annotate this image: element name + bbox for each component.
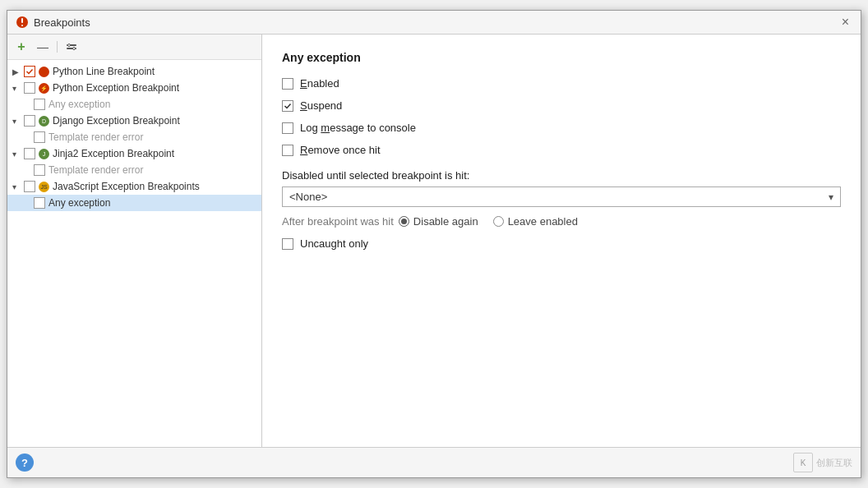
- tree-label-template-render-jinja2: Template render error: [48, 164, 143, 176]
- option-label-uncaught-only: Uncaught only: [300, 237, 368, 250]
- title-bar-left: Breakpoints: [16, 16, 90, 29]
- tree-item-python-line[interactable]: ▶ Python Line Breakpoint: [7, 63, 261, 80]
- settings-icon: [66, 41, 77, 53]
- dialog-body: + — ▶: [7, 35, 861, 447]
- option-label-suspend: Suspend: [300, 99, 342, 112]
- checkmark-icon: [25, 67, 34, 76]
- left-panel: + — ▶: [7, 35, 262, 447]
- tree-area: ▶ Python Line Breakpoint ▾ Python Except…: [7, 60, 261, 447]
- svg-point-5: [68, 44, 71, 47]
- watermark-text: 创新互联: [816, 457, 852, 469]
- checkbox-any-exception-js[interactable]: [34, 197, 45, 209]
- title-bar: Breakpoints ×: [7, 11, 861, 35]
- expand-arrow-js-exception: ▾: [12, 182, 24, 191]
- dropdown-arrow-icon: ▾: [829, 191, 833, 203]
- checkbox-template-render-jinja2[interactable]: [34, 164, 45, 176]
- expand-arrow-jinja2-exception: ▾: [12, 150, 24, 159]
- radio-label-leave-enabled: Leave enabled: [508, 215, 578, 228]
- checkbox-jinja2-exception[interactable]: [24, 148, 35, 159]
- underline-m: m: [321, 122, 330, 134]
- radio-option-leave-enabled[interactable]: Leave enabled: [493, 215, 578, 228]
- bottom-bar: ? K 创新互联: [7, 447, 861, 477]
- svg-rect-1: [21, 18, 23, 23]
- radio-disable-again[interactable]: [399, 216, 409, 227]
- settings-button[interactable]: [62, 38, 81, 56]
- checkbox-template-render-django[interactable]: [34, 131, 45, 143]
- underline-s: S: [300, 99, 307, 112]
- tree-item-template-render-jinja2[interactable]: Template render error: [7, 162, 261, 178]
- tree-label-jinja2-exception: Jinja2 Exception Breakpoint: [53, 148, 174, 159]
- django-breakpoint-icon: D: [39, 116, 49, 127]
- dropdown-value: <None>: [289, 191, 327, 203]
- option-row-enabled: Enabled: [282, 77, 841, 90]
- tree-item-jinja2-exception[interactable]: ▾ J Jinja2 Exception Breakpoint: [7, 145, 261, 162]
- underline-r: R: [300, 144, 307, 156]
- remove-button[interactable]: —: [34, 38, 52, 56]
- dialog-title: Breakpoints: [34, 16, 90, 29]
- tree-item-template-render-django[interactable]: Template render error: [7, 129, 261, 145]
- tree-item-any-exception-py[interactable]: Any exception: [7, 96, 261, 113]
- after-hit-row: After breakpoint was hit Disable again L…: [282, 215, 841, 228]
- dialog-icon: [16, 16, 29, 29]
- tree-label-python-line: Python Line Breakpoint: [53, 66, 155, 77]
- right-panel: Any exception Enabled Suspend: [262, 35, 861, 447]
- add-button[interactable]: +: [12, 38, 30, 56]
- tree-item-js-exception[interactable]: ▾ JS JavaScript Exception Breakpoints: [7, 178, 261, 195]
- checkbox-uncaught-only[interactable]: [282, 238, 293, 250]
- svg-rect-2: [21, 25, 23, 26]
- expand-arrow-python-line: ▶: [12, 67, 24, 76]
- section-title: Any exception: [282, 51, 841, 64]
- checkbox-enabled[interactable]: [282, 78, 293, 90]
- tree-item-django-exception[interactable]: ▾ D Django Exception Breakpoint: [7, 113, 261, 129]
- expand-arrow-python-exception: ▾: [12, 84, 24, 93]
- svg-point-6: [73, 48, 76, 50]
- watermark: K 创新互联: [793, 453, 852, 472]
- option-row-remove-once: Remove once hit: [282, 144, 841, 156]
- checkbox-js-exception[interactable]: [24, 181, 35, 192]
- option-label-remove-once: Remove once hit: [300, 144, 381, 156]
- expand-arrow-django-exception: ▾: [12, 117, 24, 126]
- tree-label-template-render-django: Template render error: [48, 131, 143, 143]
- checkbox-remove-once[interactable]: [282, 145, 293, 156]
- toolbar-divider: [57, 41, 58, 53]
- checkbox-python-exception[interactable]: [24, 82, 35, 94]
- help-button[interactable]: ?: [16, 453, 34, 472]
- tree-item-any-exception-js[interactable]: Any exception: [7, 195, 261, 211]
- tree-label-any-exception-js: Any exception: [48, 197, 110, 209]
- checkbox-python-line[interactable]: [24, 66, 35, 77]
- checkbox-suspend[interactable]: [282, 100, 293, 112]
- jinja2-breakpoint-icon: J: [39, 149, 49, 159]
- tree-label-python-exception: Python Exception Breakpoint: [53, 82, 179, 94]
- radio-leave-enabled[interactable]: [493, 216, 504, 227]
- disabled-section: Disabled until selected breakpoint is hi…: [282, 169, 841, 207]
- close-button[interactable]: ×: [838, 16, 852, 29]
- suspend-checkmark: [284, 102, 292, 110]
- underline-e: E: [300, 77, 307, 90]
- tree-label-django-exception: Django Exception Breakpoint: [53, 115, 180, 127]
- watermark-icon: K: [793, 453, 813, 472]
- checkbox-django-exception[interactable]: [24, 115, 35, 127]
- tree-item-python-exception[interactable]: ▾ Python Exception Breakpoint: [7, 80, 261, 96]
- tree-label-js-exception: JavaScript Exception Breakpoints: [53, 181, 200, 192]
- option-row-log-message: Log message to console: [282, 122, 841, 134]
- option-label-enabled: Enabled: [300, 77, 339, 90]
- line-breakpoint-icon: [39, 67, 49, 77]
- disabled-label: Disabled until selected breakpoint is hi…: [282, 169, 841, 182]
- exception-breakpoint-icon: [39, 83, 49, 94]
- toolbar: + —: [7, 35, 261, 60]
- option-row-suspend: Suspend: [282, 99, 841, 112]
- js-breakpoint-icon: JS: [39, 182, 49, 192]
- radio-option-disable-again[interactable]: Disable again: [399, 215, 478, 228]
- dropdown-none[interactable]: <None> ▾: [282, 186, 841, 207]
- option-row-uncaught-only: Uncaught only: [282, 237, 841, 250]
- tree-label-any-exception-py: Any exception: [48, 99, 110, 110]
- checkbox-log-message[interactable]: [282, 122, 293, 134]
- radio-label-disable-again: Disable again: [413, 215, 478, 228]
- after-hit-label: After breakpoint was hit: [282, 215, 394, 228]
- breakpoints-dialog: Breakpoints × + —: [7, 10, 861, 478]
- checkbox-any-exception-py[interactable]: [34, 99, 45, 110]
- option-label-log-message: Log message to console: [300, 122, 416, 134]
